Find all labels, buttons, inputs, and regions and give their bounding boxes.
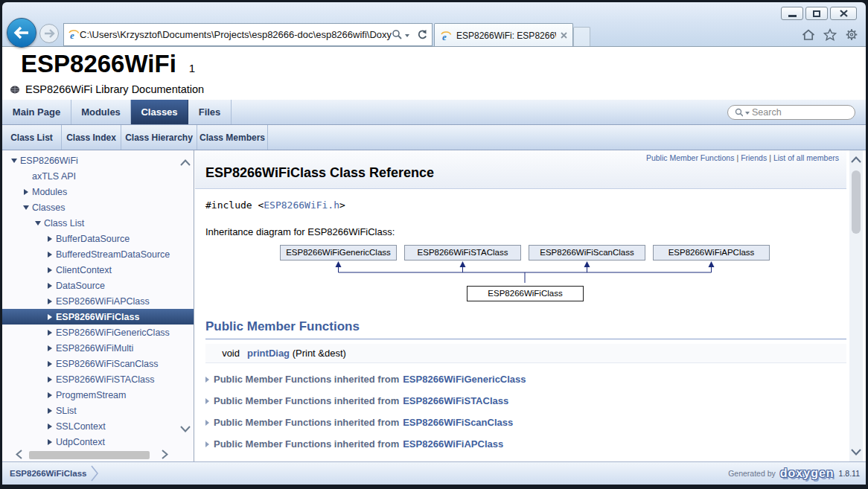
summary-links: Public Member Functions|Friends|List of … [205,153,839,162]
url-text[interactable]: C:\Users\Krzysztof\Documents\Projects\es… [80,29,392,40]
tree-scroll-left-icon[interactable] [16,450,22,459]
settings-gear-icon[interactable] [845,28,858,41]
tree-scroll-right-icon[interactable] [162,450,168,459]
tree-arrow-icon[interactable] [8,153,20,168]
tab-class-list[interactable]: Class List [2,125,62,150]
tree-item-datasource[interactable]: DataSource [2,278,194,293]
search-box[interactable] [727,105,855,120]
content-scrollbar[interactable] [849,150,863,461]
inherited-class-link[interactable]: ESP8266WiFiGenericClass [403,374,526,385]
inherited-section-apclass[interactable]: Public Member Functions inherited from E… [205,438,846,450]
tab-class-hierarchy[interactable]: Class Hierarchy [121,125,197,150]
tab-files[interactable]: Files [188,100,232,124]
project-brief: ESP8266WiFi Library Documentation [25,83,204,95]
url-dropdown-caret-icon[interactable] [405,34,409,37]
tree-item-progmemstream[interactable]: ProgmemStream [2,387,194,403]
tree-item-udpcontext[interactable]: UdpContext [2,434,194,450]
tree-item-label: ESP8266WiFiMulti [56,343,133,354]
refresh-icon[interactable] [416,29,428,41]
tree-item-bufferdatasource[interactable]: BufferDataSource [2,231,194,246]
tree-arrow-icon[interactable] [44,418,56,434]
tree-item-esp8266wificlass[interactable]: ESP8266WiFiClass [2,309,194,325]
inherited-class-link[interactable]: ESP8266WiFiSTAClass [403,395,508,406]
include-file-link[interactable]: ESP8266WiFi.h [264,199,339,211]
tree-scroll-down-icon[interactable] [180,426,191,432]
inherited-class-link[interactable]: ESP8266WiFiScanClass [403,417,513,428]
summary-link-public-members[interactable]: Public Member Functions [646,153,734,162]
expand-arrow-icon [205,377,209,383]
diagram-node-genericclass[interactable]: ESP8266WiFiGenericClass [280,245,397,261]
tree-arrow-icon[interactable] [44,293,56,309]
diagram-node-staclass[interactable]: ESP8266WiFiSTAClass [404,245,521,261]
tab-classes[interactable]: Classes [131,100,188,124]
tree-arrow-icon[interactable] [20,199,32,215]
browser-tab[interactable]: e ESP8266WiFi: ESP8266WiFi... [434,23,573,47]
search-input[interactable] [752,107,848,118]
inherited-section-staclass[interactable]: Public Member Functions inherited from E… [205,395,846,406]
inherited-section-scanclass[interactable]: Public Member Functions inherited from E… [205,417,846,428]
tree-item-esp8266wifistaclass[interactable]: ESP8266WiFiSTAClass [2,371,194,387]
tree-item-esp8266wifimulti[interactable]: ESP8266WiFiMulti [2,340,194,356]
tree-arrow-icon[interactable] [44,340,56,356]
window-controls [781,7,857,20]
minimize-button[interactable] [781,7,803,20]
content-scroll-up-icon[interactable] [851,156,861,163]
tree-item-bufferedstreamdatasource[interactable]: BufferedStreamDataSource [2,246,194,262]
tree-item-axtls-api[interactable]: axTLS API [2,168,194,184]
tab-class-members[interactable]: Class Members [197,125,268,150]
tree-arrow-icon[interactable] [44,246,56,262]
search-options-caret-icon[interactable] [745,112,750,115]
tab-class-index[interactable]: Class Index [62,125,121,150]
tree-arrow-icon[interactable] [32,215,44,231]
tree-item-modules[interactable]: Modules [2,184,194,199]
tree-item-esp8266wifi[interactable]: ESP8266WiFi [2,153,194,168]
tree-arrow-icon[interactable] [44,403,56,418]
tree-arrow-icon[interactable] [44,231,56,246]
tree-arrow-icon[interactable] [44,434,56,450]
home-icon[interactable] [802,28,815,41]
new-tab-button[interactable] [573,27,590,47]
tree-item-class-list[interactable]: Class List [2,215,194,231]
tab-modules[interactable]: Modules [71,100,131,124]
tab-main-page[interactable]: Main Page [2,100,71,124]
tree-arrow-icon[interactable] [44,371,56,387]
member-name-link[interactable]: printDiag [247,348,290,359]
maximize-button[interactable] [805,7,828,20]
tree-scroll-up-icon[interactable] [180,159,191,166]
favorites-star-icon[interactable] [823,28,837,41]
tree-item-esp8266wifigenericclass[interactable]: ESP8266WiFiGenericClass [2,325,194,340]
tree-item-esp8266wifiapclass[interactable]: ESP8266WiFiAPClass [2,293,194,309]
tab-favicon-icon: e [440,30,452,42]
tab-close-icon[interactable] [561,32,567,39]
close-button[interactable] [830,7,857,20]
breadcrumb[interactable]: ESP8266WiFiClass [10,462,98,485]
content-scroll-down-icon[interactable] [851,449,861,456]
search-url-icon[interactable] [392,29,403,40]
tree-item-classes[interactable]: Classes [2,199,194,215]
address-bar[interactable]: e C:\Users\Krzysztof\Documents\Projects\… [63,23,433,46]
tree-item-sslcontext[interactable]: SSLContext [2,418,194,434]
diagram-node-scanclass[interactable]: ESP8266WiFiScanClass [529,245,645,261]
content-scroll-thumb[interactable] [852,170,861,234]
tree-horizontal-scroll-thumb[interactable] [29,451,150,459]
tree-arrow-icon[interactable] [44,387,56,403]
summary-link-all-members[interactable]: List of all members [773,153,839,162]
member-args: (Print &dest) [290,348,346,359]
tree-arrow-icon[interactable] [44,278,56,293]
back-button[interactable] [7,18,36,48]
tree-item-slist[interactable]: SList [2,403,194,418]
tree-arrow-icon[interactable] [44,309,56,325]
inherited-section-genericclass[interactable]: Public Member Functions inherited from E… [205,374,846,385]
diagram-node-apclass[interactable]: ESP8266WiFiAPClass [653,245,770,261]
forward-button[interactable] [39,24,59,43]
tree-arrow-icon[interactable] [44,325,56,340]
tree-item-clientcontext[interactable]: ClientContext [2,262,194,278]
tree-item-esp8266wifiscanclass[interactable]: ESP8266WiFiScanClass [2,356,194,371]
tree-arrow-icon[interactable] [44,356,56,371]
summary-link-friends[interactable]: Friends [741,153,767,162]
tree-arrow-icon[interactable] [44,262,56,278]
tree-arrow-icon[interactable] [20,184,32,199]
tree-item-label: SSLContext [56,421,106,432]
doxygen-logo[interactable]: doxygen [780,467,835,480]
inherited-class-link[interactable]: ESP8266WiFiAPClass [403,438,503,450]
